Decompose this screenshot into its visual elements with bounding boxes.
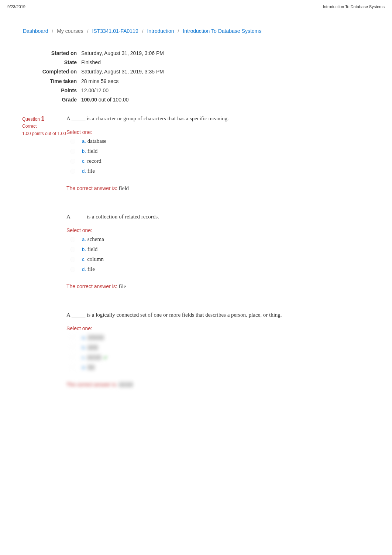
option-row[interactable]: a.schema (66, 236, 370, 242)
summary-value: 100.00 out of 100.00 (81, 95, 128, 104)
option-row[interactable]: c.column (66, 256, 370, 262)
option-letter: b. (82, 148, 86, 154)
page-header: 9/23/2019 Introduction To Database Syste… (0, 0, 392, 13)
radio-icon[interactable] (70, 365, 75, 370)
question-content: A _____ is a character or group of chara… (66, 116, 370, 192)
question-block: A _____ is a logically connected set of … (18, 312, 374, 388)
option-row[interactable]: c.record (66, 158, 370, 164)
radio-icon[interactable] (70, 159, 75, 164)
correct-answer: The correct answer is: record (66, 382, 370, 388)
correct-answer-value: field (119, 185, 129, 191)
option-row[interactable]: a.database (66, 138, 370, 144)
summary-state: State Finished (30, 58, 374, 67)
option-row[interactable]: d.file (66, 266, 370, 272)
question-text: A _____ is a character or group of chara… (66, 116, 370, 122)
option-row[interactable]: b.table (66, 344, 370, 351)
summary-points: Points 12.00/12.00 (30, 86, 374, 95)
option-text: file (87, 364, 95, 370)
option-letter: c. (82, 355, 86, 360)
question-content: A _____ is a logically connected set of … (66, 312, 370, 388)
quiz-summary: Started on Saturday, August 31, 2019, 3:… (30, 49, 374, 104)
radio-icon[interactable] (70, 247, 75, 252)
header-title: Introduction To Database Systems (323, 4, 385, 9)
option-letter: a. (82, 335, 86, 340)
option-row[interactable]: d.file (66, 364, 370, 370)
option-letter: a. (82, 138, 86, 144)
summary-value: Saturday, August 31, 2019, 3:06 PM (81, 49, 164, 58)
summary-started-on: Started on Saturday, August 31, 2019, 3:… (30, 49, 374, 58)
option-letter: d. (82, 365, 86, 370)
summary-value: Finished (81, 58, 101, 67)
summary-value: 12.00/12.00 (81, 86, 109, 95)
radio-icon[interactable] (70, 257, 75, 262)
correct-answer: The correct answer is: file (66, 283, 370, 290)
check-icon: ✔ (103, 355, 108, 361)
breadcrumb: Dashboard / My courses / IST3341.01-FA01… (18, 24, 374, 38)
option-letter: d. (82, 266, 86, 272)
question-content: A _____ is a collection of related recor… (66, 214, 370, 290)
correct-answer-label: The correct answer is: (66, 382, 119, 387)
radio-icon[interactable] (70, 267, 75, 272)
breadcrumb-separator: / (52, 28, 53, 34)
option-text: file (87, 168, 95, 174)
select-one-label: Select one: (66, 325, 370, 331)
option-text: column (87, 256, 104, 262)
option-row[interactable]: b.field (66, 148, 370, 154)
question-text: A _____ is a collection of related recor… (66, 214, 370, 220)
breadcrumb-section[interactable]: Introduction (147, 28, 174, 34)
option-letter: c. (82, 158, 86, 164)
radio-icon[interactable] (70, 335, 75, 340)
option-text: record (87, 158, 101, 164)
correct-answer-label: The correct answer is: (66, 185, 119, 191)
option-text: schema (87, 236, 104, 242)
option-row[interactable]: c.record✔ (66, 354, 370, 361)
option-text: field (87, 246, 98, 252)
option-text: record (87, 354, 101, 361)
radio-icon[interactable] (70, 169, 75, 174)
option-text: file (87, 266, 95, 272)
question-number: Question 1 (22, 116, 66, 122)
breadcrumb-separator: / (87, 28, 89, 34)
option-text: database (87, 138, 107, 144)
radio-icon[interactable] (70, 139, 75, 144)
question-text: A _____ is a logically connected set of … (66, 312, 370, 318)
main-container: Dashboard / My courses / IST3341.01-FA01… (0, 13, 392, 421)
summary-label: Points (30, 86, 81, 95)
correct-answer-value: file (119, 283, 126, 289)
summary-grade: Grade 100.00 out of 100.00 (30, 95, 374, 104)
breadcrumb-page[interactable]: Introduction To Database Systems (183, 28, 261, 34)
summary-label: Grade (30, 95, 81, 104)
option-text: table (87, 344, 98, 351)
radio-icon[interactable] (70, 237, 75, 242)
option-letter: d. (82, 168, 86, 174)
grade-bold: 100.00 (81, 97, 97, 103)
grade-rest: out of 100.00 (97, 97, 129, 103)
option-row[interactable]: a.schema (66, 334, 370, 341)
radio-icon[interactable] (70, 345, 75, 350)
breadcrumb-separator: / (142, 28, 144, 34)
breadcrumb-course[interactable]: IST3341.01-FA0119 (92, 28, 138, 34)
option-letter: c. (82, 256, 86, 262)
option-row[interactable]: b.field (66, 246, 370, 252)
summary-value: Saturday, August 31, 2019, 3:35 PM (81, 67, 164, 76)
option-letter: a. (82, 237, 86, 242)
option-row[interactable]: d.file (66, 168, 370, 174)
summary-label: Completed on (30, 67, 81, 76)
correct-answer-label: The correct answer is: (66, 283, 119, 289)
question-meta: Question 1Correct1.00 points out of 1.00 (22, 116, 66, 192)
summary-label: State (30, 58, 81, 67)
breadcrumb-my-courses: My courses (57, 28, 83, 34)
radio-icon[interactable] (70, 149, 75, 154)
summary-time-taken: Time taken 28 mins 59 secs (30, 77, 374, 86)
question-meta (22, 312, 66, 388)
summary-value: 28 mins 59 secs (81, 77, 118, 86)
summary-label: Started on (30, 49, 81, 58)
correct-answer-value: record (119, 382, 133, 387)
correct-answer: The correct answer is: field (66, 185, 370, 192)
radio-icon[interactable] (70, 355, 75, 360)
question-status: Correct (22, 124, 66, 129)
summary-label: Time taken (30, 77, 81, 86)
breadcrumb-dashboard[interactable]: Dashboard (23, 28, 48, 34)
question-block: Question 1Correct1.00 points out of 1.00… (18, 116, 374, 192)
header-date: 9/23/2019 (7, 4, 25, 9)
